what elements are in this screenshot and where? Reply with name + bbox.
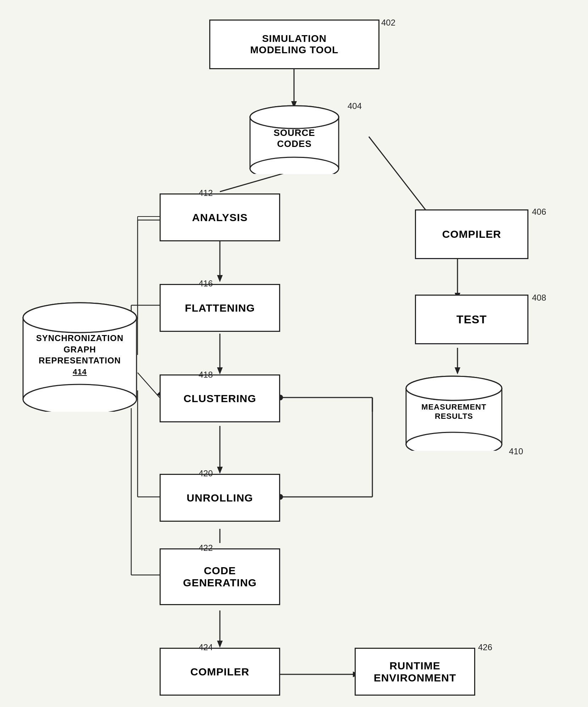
ref-426: 426 [478, 642, 492, 652]
svg-line-23 [138, 373, 160, 398]
ref-422: 422 [199, 543, 213, 553]
svg-marker-38 [217, 641, 223, 648]
svg-marker-36 [217, 367, 223, 374]
analysis-label: ANALYSIS [192, 212, 248, 224]
compiler-bot-label: COMPILER [190, 666, 249, 678]
svg-point-45 [250, 106, 339, 128]
sim-tool-label: SIMULATION MODELING TOOL [250, 33, 339, 56]
ref-410: 410 [509, 446, 523, 456]
diagram: SIMULATION MODELING TOOL 402 SOURCECODES… [0, 0, 588, 707]
runtime-label: RUNTIME ENVIRONMENT [374, 660, 456, 684]
clustering-box: CLUSTERING [160, 374, 280, 422]
sync-graph-cylinder: SYNCHRONIZATIONGRAPHREPRESENTATION 414 [21, 298, 138, 412]
measurement-label: MEASUREMENTRESULTS [421, 402, 486, 421]
sim-tool-box: SIMULATION MODELING TOOL [209, 20, 379, 69]
compiler-top-label: COMPILER [442, 228, 501, 240]
ref-404: 404 [348, 101, 362, 111]
ref-408: 408 [532, 293, 546, 303]
unrolling-label: UNROLLING [187, 492, 253, 504]
svg-marker-35 [217, 275, 223, 282]
test-box: TEST [415, 295, 528, 344]
compiler-top-box: COMPILER [415, 209, 528, 259]
measurement-cylinder: MEASUREMENTRESULTS [404, 373, 504, 451]
compiler-bot-box: COMPILER [160, 648, 280, 696]
ref-416: 416 [199, 279, 213, 289]
sync-graph-label: SYNCHRONIZATIONGRAPHREPRESENTATION 414 [36, 333, 124, 377]
flattening-box: FLATTENING [160, 284, 280, 332]
ref-418: 418 [199, 370, 213, 380]
ref-424: 424 [199, 642, 213, 652]
test-label: TEST [456, 313, 487, 326]
ref-412: 412 [199, 188, 213, 198]
clustering-label: CLUSTERING [184, 393, 256, 405]
code-generating-label: CODE GENERATING [183, 565, 257, 589]
source-codes-label: SOURCECODES [273, 127, 315, 149]
svg-point-49 [406, 376, 502, 400]
svg-point-52 [23, 384, 137, 412]
analysis-box: ANALYSIS [160, 193, 280, 241]
code-generating-box: CODE GENERATING [160, 548, 280, 605]
flattening-label: FLATTENING [185, 302, 255, 314]
unrolling-box: UNROLLING [160, 474, 280, 522]
svg-point-53 [23, 303, 137, 333]
svg-marker-37 [217, 467, 223, 474]
ref-420: 420 [199, 468, 213, 478]
ref-402: 402 [381, 18, 395, 28]
runtime-box: RUNTIME ENVIRONMENT [355, 648, 475, 696]
ref-406: 406 [532, 207, 546, 217]
source-codes-cylinder: SOURCECODES [248, 103, 340, 174]
